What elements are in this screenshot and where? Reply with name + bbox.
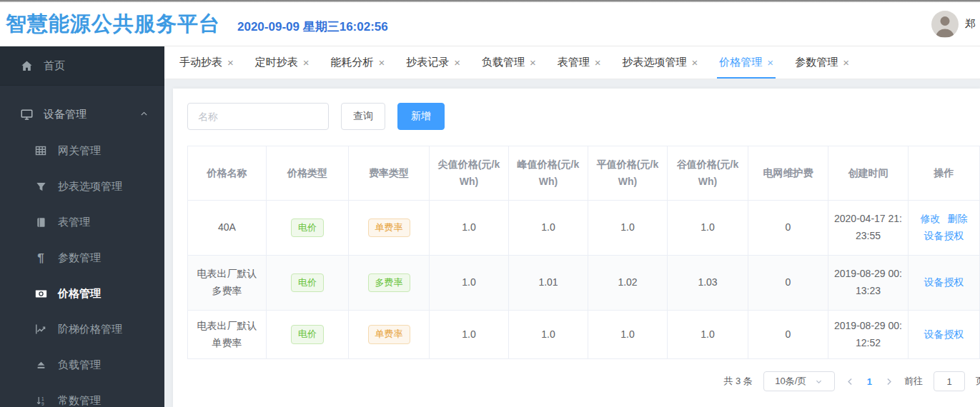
- tab-load-management[interactable]: 负载管理×: [471, 46, 547, 79]
- query-button[interactable]: 查询: [341, 103, 385, 130]
- sidebar-group-device-management[interactable]: 设备管理: [0, 96, 164, 133]
- sidebar-item-label: 常数管理: [58, 394, 101, 407]
- sidebar-item-constant-management[interactable]: 19 常数管理: [0, 383, 164, 407]
- app-header: 智慧能源公共服务平台 2020-09-09 星期三16:02:56 郑: [0, 2, 980, 46]
- sort-numeric-icon: 19: [34, 394, 47, 407]
- tab-label: 参数管理: [795, 56, 838, 69]
- column-header-price-name: 价格名称: [188, 146, 267, 201]
- created-time-cell: 2019-08-29 00:12:52: [828, 311, 909, 359]
- close-icon[interactable]: ×: [454, 56, 460, 69]
- column-header-flat-price: 平值价格(元/kWh): [588, 146, 668, 201]
- user-avatar[interactable]: [931, 11, 959, 38]
- sidebar: 首页 设备管理 网关管理 抄表: [0, 46, 164, 407]
- home-icon: [20, 59, 33, 72]
- tab-label: 价格管理: [719, 56, 762, 69]
- eject-icon: [34, 358, 47, 371]
- filter-icon: [34, 180, 47, 193]
- tab-label: 抄表记录: [406, 56, 449, 69]
- chevron-down-icon: [815, 378, 823, 386]
- price-name-cell: 电表出厂默认多费率: [188, 256, 267, 311]
- tab-meter-management[interactable]: 表管理×: [547, 46, 612, 79]
- page-number[interactable]: 1: [866, 376, 873, 387]
- sidebar-item-label: 阶梯价格管理: [58, 323, 122, 336]
- search-input[interactable]: [187, 103, 329, 130]
- money-icon: [34, 287, 47, 300]
- close-icon[interactable]: ×: [595, 56, 601, 69]
- username-label[interactable]: 郑: [965, 17, 976, 31]
- sharp-price-cell: 1.0: [430, 201, 509, 256]
- sidebar-item-label: 表管理: [58, 216, 90, 229]
- tab-label: 负载管理: [482, 56, 525, 69]
- tab-read-options-management[interactable]: 抄表选项管理×: [612, 46, 709, 79]
- column-header-rate-type: 费率类型: [349, 146, 430, 201]
- price-table: 价格名称 价格类型 费率类型 尖值价格(元/kWh) 峰值价格(元/kWh) 平…: [187, 146, 980, 359]
- close-icon[interactable]: ×: [227, 56, 234, 69]
- page-size-select[interactable]: 10条/页: [763, 371, 835, 391]
- goto-page-input[interactable]: [934, 371, 965, 391]
- column-header-price-type: 价格类型: [267, 146, 349, 201]
- sidebar-item-parameter-management[interactable]: ¶ 参数管理: [0, 240, 164, 276]
- close-icon[interactable]: ×: [303, 56, 310, 69]
- edit-link[interactable]: 修改: [921, 213, 941, 224]
- price-name-cell: 40A: [188, 201, 267, 256]
- delete-link[interactable]: 删除: [948, 213, 968, 224]
- actions-cell: 修改删除 设备授权: [909, 201, 980, 256]
- tab-price-management[interactable]: 价格管理×: [708, 46, 784, 79]
- chevron-left-icon[interactable]: [846, 377, 855, 386]
- sidebar-item-label: 首页: [44, 59, 65, 73]
- sidebar-item-label: 抄表选项管理: [58, 180, 122, 194]
- pilcrow-icon: ¶: [34, 251, 47, 264]
- sidebar-item-home[interactable]: 首页: [0, 46, 164, 86]
- sidebar-item-label: 参数管理: [58, 251, 101, 265]
- toolbar: 查询 新增: [187, 103, 980, 130]
- rate-type-tag: 多费率: [368, 273, 410, 292]
- rate-type-tag: 单费率: [368, 325, 410, 343]
- tab-manual-read[interactable]: 手动抄表×: [169, 46, 244, 79]
- close-icon[interactable]: ×: [692, 56, 698, 69]
- flat-price-cell: 1.0: [588, 201, 668, 256]
- tab-label: 抄表选项管理: [623, 56, 687, 69]
- sharp-price-cell: 1.0: [430, 311, 509, 359]
- sidebar-item-price-management[interactable]: 价格管理: [0, 276, 164, 311]
- grid-fee-cell: 0: [748, 311, 828, 359]
- add-button[interactable]: 新增: [397, 103, 445, 130]
- peak-price-cell: 1.0: [509, 201, 588, 256]
- device-authorize-link[interactable]: 设备授权: [924, 276, 964, 288]
- sidebar-item-load-management[interactable]: 负载管理: [0, 347, 164, 383]
- tab-energy-analysis[interactable]: 能耗分析×: [320, 46, 396, 79]
- actions-cell: 设备授权: [909, 311, 980, 359]
- grid-icon: [34, 144, 47, 157]
- sharp-price-cell: 1.0: [430, 256, 509, 311]
- close-icon[interactable]: ×: [767, 56, 773, 69]
- rate-type-cell: 单费率: [349, 311, 430, 359]
- sidebar-item-meter-management[interactable]: 表管理: [0, 204, 164, 240]
- sidebar-item-gateway-management[interactable]: 网关管理: [0, 133, 164, 169]
- grid-fee-cell: 0: [748, 201, 828, 256]
- monitor-icon: [20, 108, 33, 121]
- tab-read-records[interactable]: 抄表记录×: [395, 46, 471, 79]
- price-type-tag: 电价: [291, 325, 324, 343]
- flat-price-cell: 1.02: [588, 256, 668, 311]
- valley-price-cell: 1.0: [668, 201, 748, 256]
- close-icon[interactable]: ×: [843, 56, 849, 69]
- tab-scheduled-read[interactable]: 定时抄表×: [244, 46, 320, 79]
- svg-text:1: 1: [41, 396, 44, 401]
- device-authorize-link[interactable]: 设备授权: [924, 328, 964, 340]
- table-row: 电表出厂默认多费率 电价 多费率 1.0 1.01 1.02 1.03 0 20…: [188, 256, 980, 311]
- sidebar-item-read-options-management[interactable]: 抄表选项管理: [0, 169, 164, 204]
- page-size-value: 10条/页: [775, 375, 806, 388]
- close-icon[interactable]: ×: [530, 56, 536, 69]
- avatar-image: [931, 11, 959, 38]
- tab-label: 定时抄表: [255, 56, 298, 69]
- sidebar-item-tiered-price-management[interactable]: 阶梯价格管理: [0, 311, 164, 347]
- close-icon[interactable]: ×: [379, 56, 385, 69]
- page-unit-label: 页: [976, 375, 980, 388]
- pagination: 共 3 条 10条/页 1 前往: [187, 371, 980, 391]
- tab-parameter-management[interactable]: 参数管理×: [784, 46, 860, 79]
- tab-label: 能耗分析: [331, 56, 374, 69]
- device-authorize-link[interactable]: 设备授权: [924, 230, 964, 241]
- chevron-right-icon[interactable]: [884, 377, 894, 386]
- actions-cell: 设备授权: [909, 256, 980, 311]
- flat-price-cell: 1.0: [588, 311, 668, 359]
- sidebar-item-label: 价格管理: [58, 287, 101, 301]
